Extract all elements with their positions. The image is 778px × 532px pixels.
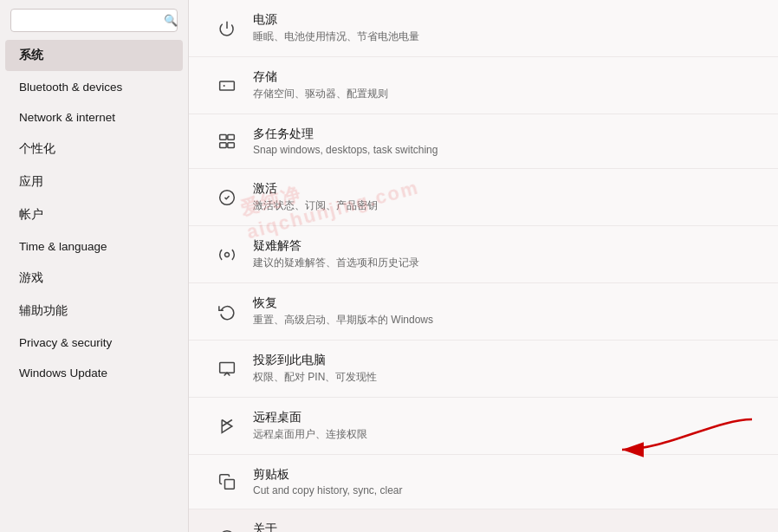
settings-title-3: 激活	[253, 181, 378, 197]
sidebar-item-6[interactable]: Time & language	[5, 232, 183, 261]
settings-text-1: 存储存储空间、驱动器、配置规则	[253, 69, 388, 101]
sidebar-item-5[interactable]: 帐户	[5, 199, 183, 230]
settings-subtitle-4: 建议的疑难解答、首选项和历史记录	[253, 256, 419, 270]
settings-text-5: 恢复重置、高级启动、早期版本的 Windows	[253, 295, 433, 328]
settings-title-2: 多任务处理	[253, 127, 438, 142]
settings-item-0[interactable]: 电源睡眠、电池使用情况、节省电池电量	[189, 0, 778, 57]
settings-title-5: 恢复	[253, 295, 433, 311]
settings-text-0: 电源睡眠、电池使用情况、节省电池电量	[253, 12, 419, 44]
main-content: 电源睡眠、电池使用情况、节省电池电量存储存储空间、驱动器、配置规则多任务处理Sn…	[189, 0, 778, 532]
settings-title-6: 投影到此电脑	[253, 353, 377, 368]
settings-icon-2	[213, 127, 241, 155]
search-input[interactable]	[18, 14, 164, 27]
settings-subtitle-8: Cut and copy history, sync, clear	[253, 484, 403, 496]
settings-icon-4	[213, 241, 241, 269]
settings-title-8: 剪贴板	[253, 467, 403, 483]
settings-text-4: 疑难解答建议的疑难解答、首选项和历史记录	[253, 238, 419, 270]
main-wrapper: 爱纯净aiqchunjing.com 电源睡眠、电池使用情况、节省电池电量存储存…	[189, 0, 778, 532]
sidebar-item-1[interactable]: Bluetooth & devices	[5, 73, 183, 101]
sidebar-item-2[interactable]: Network & internet	[5, 103, 183, 132]
sidebar-item-8[interactable]: 辅助功能	[5, 295, 183, 327]
sidebar-item-3[interactable]: 个性化	[5, 133, 183, 165]
settings-text-7: 远程桌面远程桌面用户、连接权限	[253, 410, 367, 442]
settings-subtitle-6: 权限、配对 PIN、可发现性	[253, 370, 377, 385]
settings-item-4[interactable]: 疑难解答建议的疑难解答、首选项和历史记录	[189, 226, 778, 283]
settings-item-8[interactable]: 剪贴板Cut and copy history, sync, clear	[189, 455, 778, 509]
settings-icon-9	[213, 524, 241, 533]
svg-rect-1	[220, 81, 235, 90]
search-icon: 🔍	[164, 14, 178, 27]
settings-icon-5	[213, 298, 241, 326]
nav-items: 系统Bluetooth & devicesNetwork & internet个…	[0, 39, 188, 388]
settings-text-8: 剪贴板Cut and copy history, sync, clear	[253, 467, 403, 496]
settings-subtitle-3: 激活状态、订阅、产品密钥	[253, 198, 378, 213]
svg-rect-3	[220, 135, 226, 140]
sidebar-item-10[interactable]: Windows Update	[5, 359, 183, 387]
svg-rect-9	[220, 362, 235, 373]
sidebar-item-7[interactable]: 游戏	[5, 263, 183, 294]
settings-icon-7	[213, 412, 241, 440]
sidebar-item-9[interactable]: Privacy & security	[5, 328, 183, 357]
settings-subtitle-5: 重置、高级启动、早期版本的 Windows	[253, 313, 433, 328]
settings-item-7[interactable]: 远程桌面远程桌面用户、连接权限	[189, 398, 778, 455]
settings-icon-3	[213, 184, 241, 211]
settings-text-3: 激活激活状态、订阅、产品密钥	[253, 181, 378, 213]
settings-subtitle-1: 存储空间、驱动器、配置规则	[253, 87, 388, 101]
settings-title-7: 远程桌面	[253, 410, 367, 425]
settings-title-0: 电源	[253, 12, 419, 28]
settings-subtitle-7: 远程桌面用户、连接权限	[253, 427, 367, 442]
settings-title-4: 疑难解答	[253, 238, 419, 254]
svg-rect-6	[228, 143, 235, 148]
settings-text-2: 多任务处理Snap windows, desktops, task switch…	[253, 127, 438, 156]
settings-title-9: 关于	[253, 522, 433, 532]
settings-icon-8	[213, 468, 241, 496]
svg-rect-5	[220, 143, 226, 148]
svg-rect-4	[228, 135, 235, 140]
settings-item-5[interactable]: 恢复重置、高级启动、早期版本的 Windows	[189, 283, 778, 341]
settings-list: 电源睡眠、电池使用情况、节省电池电量存储存储空间、驱动器、配置规则多任务处理Sn…	[189, 0, 778, 532]
settings-icon-1	[213, 72, 241, 100]
svg-point-8	[225, 252, 230, 256]
sidebar-item-4[interactable]: 应用	[5, 166, 183, 198]
settings-subtitle-0: 睡眠、电池使用情况、节省电池电量	[253, 29, 419, 44]
settings-item-6[interactable]: 投影到此电脑权限、配对 PIN、可发现性	[189, 341, 778, 398]
settings-title-1: 存储	[253, 69, 388, 85]
settings-subtitle-2: Snap windows, desktops, task switching	[253, 144, 438, 156]
settings-item-9[interactable]: 关于设备规格、重命名电脑、Windows 规格	[189, 509, 778, 532]
settings-item-3[interactable]: 激活激活状态、订阅、产品密钥	[189, 169, 778, 226]
settings-text-9: 关于设备规格、重命名电脑、Windows 规格	[253, 522, 433, 532]
settings-icon-0	[213, 15, 241, 42]
svg-rect-11	[225, 480, 235, 490]
sidebar-item-0[interactable]: 系统	[5, 40, 183, 71]
settings-item-1[interactable]: 存储存储空间、驱动器、配置规则	[189, 57, 778, 114]
search-box[interactable]: 🔍	[10, 9, 178, 32]
settings-icon-6	[213, 355, 241, 383]
sidebar: 🔍 系统Bluetooth & devicesNetwork & interne…	[0, 0, 189, 532]
settings-item-2[interactable]: 多任务处理Snap windows, desktops, task switch…	[189, 114, 778, 169]
settings-text-6: 投影到此电脑权限、配对 PIN、可发现性	[253, 353, 377, 385]
